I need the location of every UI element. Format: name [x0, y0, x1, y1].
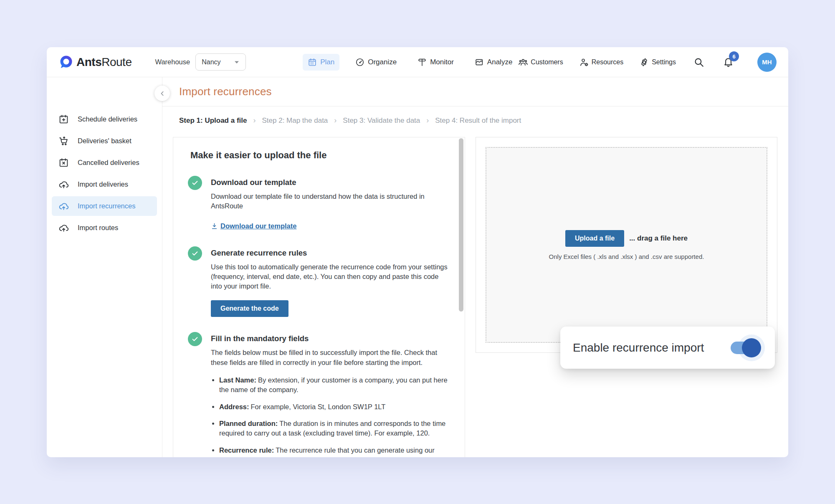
search-icon[interactable] [693, 57, 704, 68]
step-1: Step 1: Upload a file [179, 117, 247, 125]
sidebar-item-cancelled-deliveries[interactable]: Cancelled deliveries [52, 153, 157, 172]
cloud-upload-icon [58, 201, 69, 211]
nav-item-label: Resources [592, 58, 623, 66]
page-header: Import recurrences [162, 77, 788, 106]
recurrence-import-overlay: Enable recurrence import [560, 327, 775, 369]
help-panel-scrollbar[interactable] [459, 138, 463, 312]
help-panel-title: Make it easier to upload the file [190, 150, 450, 161]
nav-item-label: Analyze [487, 58, 512, 66]
antsroute-logo-icon [58, 55, 73, 69]
sidebar-item-import-recurrences[interactable]: Import recurrences [52, 196, 157, 216]
nav-item-settings[interactable]: Settings [638, 55, 677, 70]
main-content: Import recurrences Step 1: Upload a file… [162, 77, 788, 457]
sidebar-item-label: Import routes [78, 224, 118, 232]
sidebar: Schedule deliveries Deliveries' basket [47, 77, 162, 457]
nav-item-resources[interactable]: Resources [578, 55, 624, 70]
sidebar-item-label: Import deliveries [78, 180, 128, 188]
chevron-left-icon [159, 90, 166, 97]
list-item: Planned duration:The duration is in minu… [219, 419, 451, 438]
sidebar-item-deliveries-basket[interactable]: Deliveries' basket [52, 131, 157, 151]
top-navbar: AntsRoute Warehouse Nancy Plan [47, 47, 788, 77]
collapse-sidebar-button[interactable] [154, 86, 170, 101]
help-panel: Make it easier to upload the file Downlo… [173, 137, 465, 457]
sidebar-item-label: Import recurrences [78, 202, 135, 210]
cloud-upload-icon [58, 223, 69, 233]
gauge-icon [355, 58, 364, 67]
app-window: AntsRoute Warehouse Nancy Plan [47, 47, 788, 457]
page-title: Import recurrences [179, 85, 272, 98]
download-template-link[interactable]: Download our template [211, 222, 296, 230]
nav-item-organize[interactable]: Organize [350, 54, 402, 71]
section-heading: Fill in the mandatory fields [211, 334, 451, 343]
primary-nav: Plan Organize Monitor [303, 54, 517, 71]
sidebar-item-import-deliveries[interactable]: Import deliveries [52, 175, 157, 194]
toggle-knob [742, 338, 761, 357]
section-heading: Generate recurrence rules [211, 248, 450, 258]
step-4: Step 4: Result of the import [435, 117, 521, 125]
nav-item-plan[interactable]: Plan [303, 54, 339, 71]
section-body: The fields below must be filled in to su… [211, 348, 451, 367]
check-circle-icon [188, 176, 202, 190]
notifications-bell[interactable]: 6 [723, 56, 734, 68]
nav-item-customers[interactable]: Customers [517, 55, 564, 70]
upload-panel: Upload a file ... drag a file here Only … [476, 137, 777, 353]
secondary-nav: Customers Resources [517, 53, 777, 72]
download-icon [211, 223, 218, 230]
section-generate-rules: Generate recurrence rules Use this tool … [188, 246, 450, 317]
sidebar-item-label: Deliveries' basket [78, 137, 132, 145]
person-gear-icon [579, 57, 589, 67]
calendar-x-icon [58, 157, 69, 168]
check-circle-icon [188, 332, 202, 346]
chevron-down-icon [234, 60, 240, 64]
antsroute-logo[interactable]: AntsRoute [58, 55, 132, 69]
nav-item-label: Customers [531, 58, 563, 66]
check-circle-icon [188, 246, 202, 261]
notification-count-badge: 6 [729, 51, 739, 61]
supported-formats-text: Only Excel files ( .xls and .xlsx ) and … [549, 253, 704, 260]
step-separator: › [426, 116, 429, 125]
warehouse-select[interactable]: Nancy [195, 53, 246, 71]
download-link-label: Download our template [220, 222, 296, 230]
toggle-label: Enable recurrence import [573, 341, 731, 355]
section-body: Download our template file to understand… [211, 192, 450, 211]
people-icon [518, 57, 528, 67]
calendar-plus-icon [58, 114, 69, 124]
nav-item-analyze[interactable]: Analyze [470, 54, 517, 71]
nav-item-label: Organize [368, 58, 397, 66]
step-2: Step 2: Map the data [262, 117, 328, 125]
step-separator: › [334, 116, 337, 125]
nav-item-label: Monitor [430, 58, 454, 66]
sidebar-item-label: Cancelled deliveries [78, 159, 139, 167]
step-separator: › [253, 116, 256, 125]
section-mandatory-fields: Fill in the mandatory fields The fields … [188, 331, 450, 457]
section-body: Use this tool to automatically generate … [211, 262, 450, 291]
sidebar-item-label: Schedule deliveries [78, 115, 137, 123]
drag-hint: ... drag a file here [629, 234, 688, 243]
warehouse-label: Warehouse [155, 58, 190, 66]
brand-name: AntsRoute [76, 56, 132, 69]
cart-icon [58, 136, 69, 146]
list-item: Recurrence rule:The recurrence rule that… [219, 446, 451, 457]
mandatory-fields-list: Last Name:By extension, if your customer… [219, 375, 451, 457]
sidebar-item-schedule-deliveries[interactable]: Schedule deliveries [52, 109, 157, 129]
list-item: Last Name:By extension, if your customer… [219, 375, 451, 395]
section-heading: Download our template [211, 178, 450, 187]
signpost-icon [418, 58, 427, 67]
sidebar-item-import-routes[interactable]: Import routes [52, 218, 157, 238]
file-drop-area[interactable]: Upload a file ... drag a file here Only … [486, 147, 767, 343]
wizard-steps: Step 1: Upload a file › Step 2: Map the … [162, 106, 788, 125]
calendar-icon [308, 58, 317, 67]
warehouse-select-value: Nancy [202, 58, 220, 66]
nav-item-label: Settings [652, 58, 676, 66]
enable-recurrence-toggle[interactable] [731, 338, 758, 357]
upload-file-button[interactable]: Upload a file [565, 230, 624, 247]
section-download-template: Download our template Download our templ… [188, 175, 450, 231]
generate-code-button[interactable]: Generate the code [211, 300, 288, 317]
gear-icon [639, 57, 649, 67]
chart-icon [475, 58, 484, 67]
nav-item-label: Plan [320, 58, 334, 66]
avatar[interactable]: MH [757, 53, 777, 72]
step-3: Step 3: Validate the data [343, 117, 420, 125]
nav-item-monitor[interactable]: Monitor [412, 54, 459, 71]
cloud-upload-icon [58, 179, 69, 190]
